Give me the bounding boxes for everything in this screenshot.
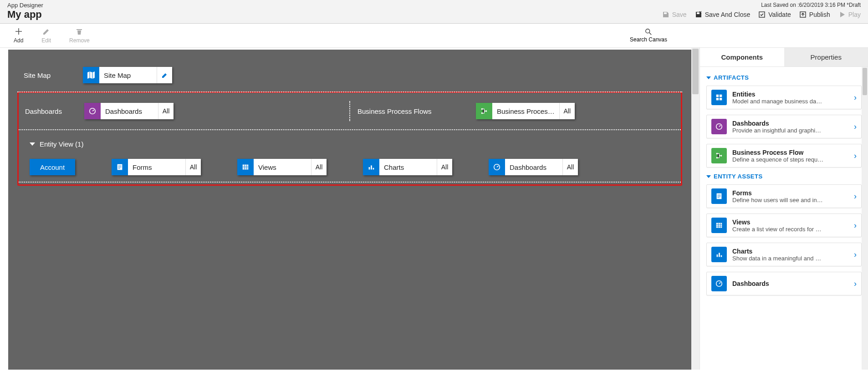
entity-dashboards-tile[interactable]: Dashboards All <box>489 159 578 175</box>
entities-title: Entities <box>732 91 851 98</box>
component-entities[interactable]: Entities Model and manage business da… › <box>706 86 862 109</box>
form-icon <box>112 159 128 175</box>
svg-rect-13 <box>716 95 719 97</box>
save-button[interactable]: Save <box>662 11 687 18</box>
sitemap-edit-button[interactable] <box>157 67 172 83</box>
component-dashboards[interactable]: Dashboards Provide an insightful and gra… <box>706 115 862 138</box>
svg-rect-15 <box>716 98 719 100</box>
charts-extra[interactable]: All <box>437 159 452 175</box>
svg-rect-24 <box>719 253 720 257</box>
header-actions: Save Save And Close Validate Publish <box>662 11 861 18</box>
entity-view-title: Entity View (1) <box>40 140 83 148</box>
save-icon <box>662 11 669 18</box>
bar-chart-icon <box>711 247 727 262</box>
views-extra[interactable]: All <box>311 159 327 175</box>
play-icon <box>838 11 846 18</box>
gauge-icon <box>489 159 505 175</box>
chevron-down-icon <box>706 175 711 178</box>
forms-tile[interactable]: Forms All <box>112 159 201 175</box>
designer-title: App Designer <box>7 2 43 9</box>
validate-button[interactable]: Validate <box>758 11 791 18</box>
svg-rect-23 <box>717 254 718 257</box>
design-canvas[interactable]: Site Map Site Map Dashbo <box>8 50 691 370</box>
publish-label: Publish <box>809 11 830 18</box>
save-and-close-button[interactable]: Save And Close <box>695 11 751 18</box>
views-tile[interactable]: Views All <box>237 159 327 175</box>
bpf-section-label: Business Process Flows <box>357 107 476 115</box>
search-canvas-button[interactable]: Search Canvas <box>630 28 667 43</box>
dashboards-extra[interactable]: All <box>158 103 174 119</box>
last-saved-label: Last Saved on :6/20/2019 3:16 PM *Draft <box>761 2 861 8</box>
tab-components[interactable]: Components <box>700 48 784 66</box>
component-forms[interactable]: Forms Define how users will see and in… … <box>706 184 862 208</box>
chevron-right-icon: › <box>854 279 857 289</box>
component-charts[interactable]: Charts Show data in a meaningful and … › <box>706 243 862 266</box>
svg-rect-10 <box>371 165 372 169</box>
entities-desc: Model and manage business da… <box>732 98 851 105</box>
validate-label: Validate <box>768 11 791 18</box>
scrollbar-thumb[interactable] <box>692 49 699 94</box>
component-bpf[interactable]: Business Process Flow Define a sequence … <box>706 144 862 168</box>
plus-icon <box>15 27 23 36</box>
add-button[interactable]: Add <box>14 27 23 44</box>
right-panel: Components Properties ARTIFACTS Entities… <box>700 48 868 370</box>
bpf-tile[interactable]: Business Proces… All <box>476 103 575 119</box>
bpf-tile-label: Business Proces… <box>492 103 559 119</box>
edit-button[interactable]: Edit <box>41 27 51 44</box>
scrollbar-thumb[interactable] <box>863 68 867 95</box>
dashboards-section-label: Dashboards <box>25 107 84 115</box>
svg-point-5 <box>481 112 483 114</box>
svg-rect-22 <box>716 223 722 228</box>
edit-label: Edit <box>41 37 51 44</box>
chevron-right-icon: › <box>854 250 857 259</box>
svg-rect-9 <box>369 167 370 169</box>
charts-tile[interactable]: Charts All <box>363 159 452 175</box>
bpf-extra[interactable]: All <box>559 103 575 119</box>
dashboards-desc: Provide an insightful and graphi… <box>732 127 851 134</box>
entity-view-header[interactable]: Entity View (1) <box>19 130 681 152</box>
toolbar: Add Edit Remove Search Canvas <box>0 24 868 48</box>
sitemap-tile[interactable]: Site Map <box>83 67 172 83</box>
entities-icon <box>711 90 727 105</box>
svg-point-18 <box>716 153 718 155</box>
charts-desc: Show data in a meaningful and … <box>732 255 851 262</box>
forms-tile-label: Forms <box>128 159 185 175</box>
charts-tile-label: Charts <box>379 159 437 175</box>
forms-desc: Define how users will see and in… <box>732 197 851 203</box>
table-icon <box>237 159 254 175</box>
svg-rect-16 <box>720 98 722 100</box>
play-button[interactable]: Play <box>838 11 861 18</box>
tab-properties[interactable]: Properties <box>784 48 868 66</box>
table-icon <box>711 218 727 233</box>
entity-dashboards-extra[interactable]: All <box>562 159 578 175</box>
bar-chart-icon <box>363 159 379 175</box>
group-entity-assets[interactable]: ENTITY ASSETS <box>706 173 862 180</box>
group-artifacts[interactable]: ARTIFACTS <box>706 74 862 81</box>
search-icon <box>645 28 652 36</box>
entity-account-button[interactable]: Account <box>30 159 75 175</box>
panel-scrollbar[interactable] <box>862 67 868 370</box>
remove-button[interactable]: Remove <box>69 27 90 44</box>
views-desc: Create a list view of records for … <box>732 226 851 233</box>
canvas-scrollbar[interactable] <box>691 48 700 370</box>
dashboards-tile[interactable]: Dashboards All <box>84 103 174 119</box>
chevron-right-icon: › <box>854 122 857 132</box>
sitemap-tile-label: Site Map <box>99 67 157 83</box>
views-title: Views <box>732 219 851 226</box>
entity-account-label: Account <box>40 163 65 171</box>
form-icon <box>711 188 727 204</box>
chevron-right-icon: › <box>854 151 857 161</box>
charts-title: Charts <box>732 248 851 255</box>
save-close-label: Save And Close <box>705 11 751 18</box>
publish-button[interactable]: Publish <box>799 11 830 18</box>
add-label: Add <box>14 37 23 44</box>
play-label: Play <box>848 11 861 18</box>
views-tile-label: Views <box>254 159 311 175</box>
component-dashboards-2[interactable]: Dashboards › <box>706 272 862 295</box>
publish-icon <box>799 11 807 18</box>
bpf-title: Business Process Flow <box>732 149 851 156</box>
svg-rect-11 <box>373 168 374 170</box>
sitemap-section-label: Site Map <box>24 71 83 79</box>
forms-extra[interactable]: All <box>185 159 201 175</box>
component-views[interactable]: Views Create a list view of records for … <box>706 213 862 237</box>
